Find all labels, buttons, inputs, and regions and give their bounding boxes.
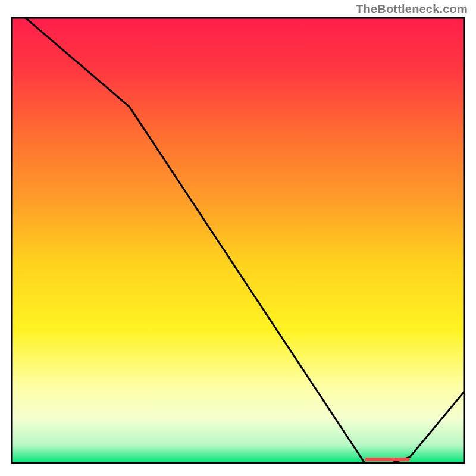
optimal-range-marker	[365, 458, 410, 461]
bottleneck-chart	[0, 0, 476, 476]
gradient-background	[12, 18, 464, 463]
